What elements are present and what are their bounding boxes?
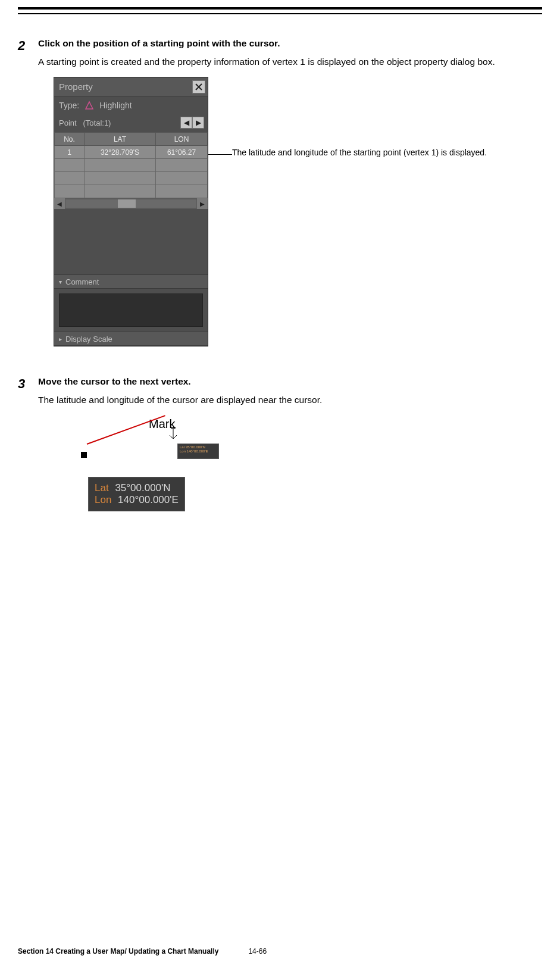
table-row[interactable]: 1 32°28.709'S 61°06.27 bbox=[55, 146, 208, 159]
col-lat: LAT bbox=[85, 133, 156, 146]
comment-label: Comment bbox=[65, 277, 99, 286]
step-number: 3 bbox=[18, 376, 38, 409]
point-row: Point (Total:1) ◀ ▶ bbox=[54, 114, 208, 132]
scroll-track[interactable] bbox=[65, 199, 196, 208]
step-desc: The latitude and longitude of the cursor… bbox=[38, 391, 542, 409]
step-body: Move the cursor to the next vertex. The … bbox=[38, 376, 542, 409]
lon-value: 140°00.000'E bbox=[118, 494, 179, 505]
small-lon: Lon 140°00.000'E bbox=[180, 449, 217, 454]
cell-lat: 32°28.709'S bbox=[85, 146, 156, 159]
rule-thick bbox=[18, 7, 542, 10]
chevron-down-icon: ▾ bbox=[59, 279, 62, 285]
type-value: Highlight bbox=[99, 101, 132, 110]
step-3: 3 Move the cursor to the next vertex. Th… bbox=[18, 376, 542, 409]
cursor-icon bbox=[168, 427, 179, 445]
highlight-icon bbox=[84, 100, 95, 111]
step-title: Move the cursor to the next vertex. bbox=[38, 376, 542, 387]
display-scale-section-header[interactable]: ▸ Display Scale bbox=[54, 332, 208, 346]
comment-section-header[interactable]: ▾ Comment bbox=[54, 274, 208, 289]
point-table: No. LAT LON 1 32°28.709'S 61°06.27 bbox=[54, 132, 208, 198]
table-row bbox=[55, 185, 208, 198]
step-desc: A starting point is created and the prop… bbox=[38, 52, 542, 71]
display-scale-label: Display Scale bbox=[65, 335, 112, 343]
pager: ◀ ▶ bbox=[180, 117, 204, 129]
dialog-titlebar: Property bbox=[54, 77, 208, 96]
small-lat: Lat 35°00.000'N bbox=[180, 445, 217, 449]
col-no: No. bbox=[55, 133, 85, 146]
cursor-tooltip-large: Lat 35°00.000'N Lon 140°00.000'E bbox=[88, 477, 185, 511]
callout-leader bbox=[208, 154, 232, 155]
figure-3: Mark Lat 35°00.000'N Lon 140°00.000'E La… bbox=[65, 417, 220, 530]
point-label: Point bbox=[59, 118, 77, 127]
rule-thin bbox=[18, 13, 542, 14]
scroll-right-button[interactable]: ▶ bbox=[197, 198, 208, 209]
lat-label: Lat bbox=[95, 482, 109, 494]
lon-row: Lon 140°00.000'E bbox=[95, 494, 179, 506]
close-icon bbox=[195, 83, 203, 91]
lon-label: Lon bbox=[95, 494, 111, 505]
footer-page: 14-66 bbox=[248, 947, 267, 955]
dialog-title: Property bbox=[59, 82, 93, 92]
cell-no: 1 bbox=[55, 146, 85, 159]
cell-lon: 61°06.27 bbox=[156, 146, 208, 159]
col-lon: LON bbox=[156, 133, 208, 146]
next-button[interactable]: ▶ bbox=[192, 117, 204, 129]
step-number: 2 bbox=[18, 38, 38, 71]
prev-button[interactable]: ◀ bbox=[180, 117, 192, 129]
table-header-row: No. LAT LON bbox=[55, 133, 208, 146]
callout-text: The latitude and longitude of the starti… bbox=[232, 147, 487, 159]
page: 2 Click on the position of a starting po… bbox=[0, 7, 560, 965]
close-button[interactable] bbox=[192, 80, 205, 93]
cursor-tooltip-small: Lat 35°00.000'N Lon 140°00.000'E bbox=[177, 444, 219, 459]
horizontal-scrollbar[interactable]: ◀ ▶ bbox=[54, 198, 208, 209]
lat-value: 35°00.000'N bbox=[115, 482, 170, 494]
gap bbox=[18, 346, 542, 376]
point-total: (Total:1) bbox=[83, 118, 111, 127]
property-dialog: Property Type: Highlight Point (Total:1) bbox=[54, 77, 208, 346]
type-label: Type: bbox=[59, 101, 79, 110]
scroll-thumb[interactable] bbox=[118, 199, 136, 208]
step-body: Click on the position of a starting poin… bbox=[38, 38, 542, 71]
chevron-right-icon: ▸ bbox=[59, 336, 62, 342]
start-point-marker bbox=[81, 452, 87, 458]
table-row bbox=[55, 172, 208, 185]
table-row bbox=[55, 159, 208, 172]
scroll-left-button[interactable]: ◀ bbox=[54, 198, 65, 209]
comment-input[interactable] bbox=[59, 293, 203, 327]
lat-row: Lat 35°00.000'N bbox=[95, 482, 179, 494]
figure-2-row: Property Type: Highlight Point (Total:1) bbox=[54, 77, 542, 346]
footer-section: Section 14 Creating a User Map/ Updating… bbox=[18, 947, 218, 955]
step-2: 2 Click on the position of a starting po… bbox=[18, 38, 542, 71]
step-title: Click on the position of a starting poin… bbox=[38, 38, 542, 49]
page-footer: Section 14 Creating a User Map/ Updating… bbox=[18, 947, 542, 955]
type-row: Type: Highlight bbox=[54, 96, 208, 114]
dialog-spacer bbox=[54, 209, 208, 274]
